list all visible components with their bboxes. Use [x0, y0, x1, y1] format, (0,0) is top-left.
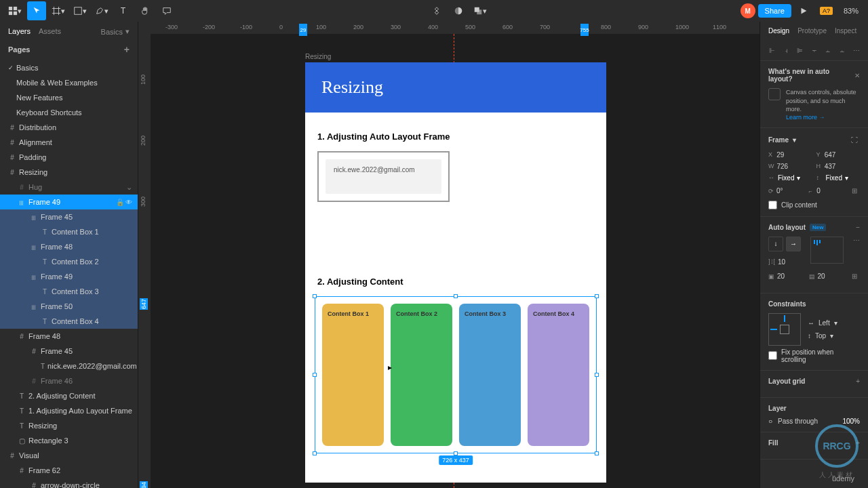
resize-to-fit-icon[interactable]: ⛶: [849, 135, 860, 146]
rotation-input[interactable]: [776, 187, 805, 195]
constraint-h-select[interactable]: ↔ Left ▾: [808, 319, 837, 327]
pen-tool[interactable]: ▾: [92, 1, 111, 20]
page-item[interactable]: New Features: [0, 90, 138, 105]
radius-input[interactable]: [816, 187, 845, 195]
input-frame[interactable]: nick.ewe.2022@gmail.com: [317, 151, 450, 202]
add-layout-grid-icon[interactable]: +: [856, 378, 860, 385]
blend-mode-icon[interactable]: ○: [768, 418, 772, 425]
fix-position-checkbox[interactable]: Fix position when scrolling: [768, 348, 860, 363]
layer-item[interactable]: TContent Box 4: [0, 314, 138, 329]
layer-item[interactable]: T1. Adjusting Auto Layout Frame: [0, 403, 138, 418]
present-button[interactable]: [794, 1, 813, 20]
layer-item[interactable]: ⫼Frame 48: [0, 239, 138, 254]
page-item[interactable]: Mobile & Web Examples: [0, 75, 138, 90]
alignment-box[interactable]: [810, 237, 844, 264]
page-dropdown[interactable]: Basics ▾: [101, 27, 130, 36]
resize-handle[interactable]: [595, 373, 599, 377]
v-sizing[interactable]: Fixed: [826, 174, 842, 182]
gap-input[interactable]: [778, 258, 805, 266]
content-box-3[interactable]: Content Box 3: [459, 304, 521, 446]
layer-item[interactable]: #Hug⌄: [0, 180, 138, 195]
resize-handle[interactable]: [595, 294, 599, 298]
pad-v-input[interactable]: [818, 272, 846, 280]
layer-item[interactable]: #Visual: [0, 448, 138, 463]
align-more-icon[interactable]: ⋯: [851, 44, 861, 56]
constraint-v-select[interactable]: ↕ Top ▾: [808, 332, 837, 340]
align-right-icon[interactable]: ⊫: [795, 44, 805, 56]
constraints-widget[interactable]: [768, 313, 801, 346]
layer-item[interactable]: Tnick.ewe.2022@gmail.com: [0, 359, 138, 373]
blend-mode-select[interactable]: Pass through: [778, 418, 837, 425]
add-page-button[interactable]: +: [124, 44, 130, 55]
component-icon[interactable]: [427, 1, 446, 20]
resize-handle[interactable]: [595, 451, 599, 455]
resize-handle[interactable]: [313, 451, 317, 455]
resize-handle[interactable]: [313, 373, 317, 377]
direction-horizontal-icon[interactable]: →: [786, 237, 801, 251]
frame-label[interactable]: Resizing: [305, 53, 331, 60]
text-tool[interactable]: T: [114, 1, 133, 20]
layer-item[interactable]: ⫼Frame 45: [0, 209, 138, 224]
layer-item[interactable]: T2. Adjusting Content: [0, 388, 138, 403]
zoom-level[interactable]: 83%: [840, 7, 863, 15]
layer-item[interactable]: #Distribution: [0, 120, 138, 135]
layer-item[interactable]: TResizing: [0, 418, 138, 433]
prototype-tab[interactable]: Prototype: [797, 27, 827, 35]
learn-more-link[interactable]: Learn more →: [786, 114, 860, 121]
layer-item[interactable]: #Frame 46: [0, 373, 138, 388]
direction-vertical-icon[interactable]: ↓: [768, 237, 783, 251]
remove-auto-layout-icon[interactable]: −: [856, 224, 860, 231]
layer-item[interactable]: TContent Box 1: [0, 224, 138, 239]
auto-layout-more-icon[interactable]: ⋯: [853, 237, 860, 244]
layer-item[interactable]: ⫼Frame 49🔓👁: [0, 195, 138, 209]
page-item[interactable]: Basics: [0, 60, 138, 75]
inspect-tab[interactable]: Inspect: [835, 27, 856, 35]
layer-item[interactable]: #arrow-down-circle: [0, 478, 138, 488]
resize-handle[interactable]: [454, 294, 458, 298]
design-tab[interactable]: Design: [768, 27, 789, 35]
layer-item[interactable]: ⫼Frame 49: [0, 269, 138, 284]
selected-frame[interactable]: Content Box 1 Content Box 2 Content Box …: [315, 296, 597, 453]
layer-item[interactable]: #Padding: [0, 150, 138, 165]
y-input[interactable]: [825, 151, 860, 159]
layer-item[interactable]: #Frame 45: [0, 344, 138, 359]
layer-item[interactable]: TContent Box 2: [0, 254, 138, 269]
shape-tool[interactable]: ▾: [71, 1, 90, 20]
menu-button[interactable]: ▾: [5, 1, 24, 20]
x-input[interactable]: [776, 151, 812, 159]
assets-tab[interactable]: Assets: [39, 27, 61, 36]
canvas[interactable]: -300 -200 -100 0 29 100 200 300 400 500 …: [138, 22, 760, 488]
layer-item[interactable]: ▢Rectangle 3: [0, 433, 138, 448]
content-box-4[interactable]: Content Box 4: [528, 304, 589, 446]
clip-content-checkbox[interactable]: Clip content: [768, 201, 860, 209]
add-fill-icon[interactable]: +: [856, 439, 860, 447]
layer-item[interactable]: #Frame 48: [0, 329, 138, 344]
h-input[interactable]: [825, 163, 860, 170]
align-bottom-icon[interactable]: ⫠: [837, 44, 848, 56]
hand-tool[interactable]: [136, 1, 155, 20]
layer-item[interactable]: ⫼Frame 50: [0, 299, 138, 314]
mask-icon[interactable]: [449, 1, 468, 20]
user-avatar[interactable]: M: [741, 3, 755, 18]
opacity-value[interactable]: 100%: [842, 418, 860, 425]
pad-h-input[interactable]: [777, 272, 805, 280]
share-button[interactable]: Share: [758, 4, 791, 18]
layer-item[interactable]: #Frame 62: [0, 463, 138, 478]
boolean-icon[interactable]: ▾: [471, 1, 490, 20]
align-vcenter-icon[interactable]: ⫠: [823, 44, 833, 56]
notification-badge[interactable]: A?: [820, 7, 833, 15]
content-box-2[interactable]: Content Box 2: [391, 304, 452, 446]
independent-corners-icon[interactable]: ⊞: [849, 186, 860, 197]
close-icon[interactable]: ✕: [854, 72, 860, 79]
w-input[interactable]: [777, 163, 812, 170]
page-item[interactable]: Keyboard Shortcuts: [0, 105, 138, 120]
layers-tab[interactable]: Layers: [8, 27, 31, 36]
align-hcenter-icon[interactable]: ⫞: [781, 44, 791, 56]
artboard[interactable]: Resizing 1. Adjusting Auto Layout Frame …: [305, 62, 606, 483]
align-left-icon[interactable]: ⊩: [767, 44, 777, 56]
layer-item[interactable]: TContent Box 3: [0, 284, 138, 299]
align-top-icon[interactable]: ⫟: [809, 44, 819, 56]
resize-handle[interactable]: [313, 294, 317, 298]
frame-tool[interactable]: ▾: [49, 1, 68, 20]
move-tool[interactable]: [27, 1, 46, 20]
